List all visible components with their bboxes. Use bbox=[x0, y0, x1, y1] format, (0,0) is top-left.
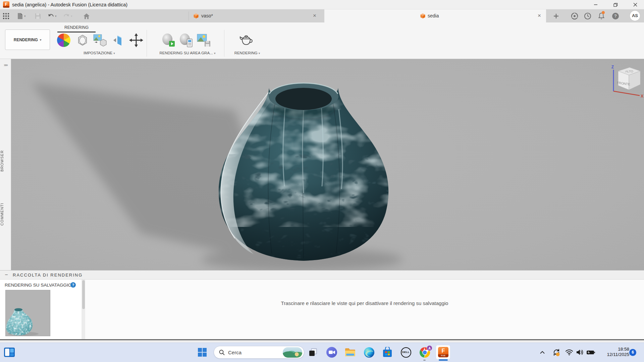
render-thumbnail[interactable] bbox=[5, 290, 50, 336]
new-tab-plus-icon[interactable] bbox=[552, 12, 560, 20]
tray-chevron-icon[interactable] bbox=[538, 346, 547, 358]
undo-icon[interactable] bbox=[47, 12, 55, 20]
task-view-icon[interactable] bbox=[307, 346, 319, 358]
group3-caret-icon: ▾ bbox=[259, 52, 260, 55]
title-bar: F sedia (angelica) - Autodesk Fusion (Li… bbox=[0, 0, 644, 9]
dell-icon[interactable]: DELL bbox=[400, 346, 412, 358]
ribbon-toolbar: RENDERING▾ RENDERING IMPOSTAZIONE ▾ REND… bbox=[0, 22, 644, 59]
battery-icon[interactable] bbox=[585, 346, 596, 358]
tab-separator bbox=[189, 11, 189, 20]
search-highlight-image[interactable] bbox=[283, 347, 302, 358]
panel-minimize-icon[interactable]: − bbox=[3, 270, 10, 280]
appearance-color-wheel-icon[interactable] bbox=[56, 33, 71, 48]
render-on-save-help-icon[interactable]: ? bbox=[70, 282, 76, 288]
group-label-rendering-area[interactable]: RENDERING SU AREA GRA... ▾ bbox=[152, 51, 223, 55]
windows-taskbar bbox=[0, 343, 644, 362]
render-on-save-section: RENDERING SU SALVATAGGIO ? bbox=[0, 280, 82, 339]
tab-sedia-label: sedia bbox=[428, 9, 439, 22]
minimize-button[interactable] bbox=[588, 0, 603, 9]
group2-caret-icon: ▾ bbox=[214, 52, 216, 55]
clock-time: 18:58 bbox=[599, 347, 629, 352]
fusion-app-icon: F bbox=[3, 1, 9, 8]
ribbon-tab-rendering[interactable]: RENDERING bbox=[57, 25, 96, 30]
vase-render bbox=[0, 59, 644, 270]
fusion-active-indicator bbox=[439, 359, 448, 361]
notification-dot bbox=[602, 11, 605, 14]
cube-top-label: ALTO bbox=[625, 69, 633, 73]
sync-status-icon[interactable] bbox=[551, 346, 561, 358]
render-settings-icon[interactable] bbox=[178, 33, 193, 48]
taskbar-clock[interactable]: 18:58 12/11/2025 bbox=[599, 347, 629, 357]
axis-x-label: X bbox=[641, 94, 643, 99]
notifications-bell-icon[interactable] bbox=[597, 12, 606, 20]
chrome-running-indicator bbox=[423, 360, 426, 361]
widgets-icon[interactable] bbox=[3, 346, 15, 358]
extensions-icon[interactable] bbox=[570, 12, 579, 20]
render-in-canvas-icon[interactable] bbox=[161, 33, 176, 48]
search-placeholder: Cerca bbox=[228, 346, 241, 359]
viewport-canvas[interactable] bbox=[0, 59, 644, 270]
group1-caret-icon: ▾ bbox=[113, 52, 115, 55]
render-to-image-icon[interactable] bbox=[197, 33, 211, 48]
file-menu-icon[interactable] bbox=[16, 12, 24, 20]
workspace-selector[interactable]: RENDERING▾ bbox=[5, 29, 50, 50]
texture-map-icon[interactable] bbox=[93, 33, 107, 48]
decal-icon[interactable] bbox=[111, 33, 125, 48]
teams-chat-icon[interactable] bbox=[326, 346, 338, 358]
document-tab-bar: ▾ ▾ ▾ vaso* × sedia × bbox=[0, 9, 644, 22]
tab-vaso-close-icon[interactable]: × bbox=[311, 9, 318, 22]
render-teapot-icon[interactable] bbox=[239, 33, 254, 48]
window-title: sedia (angelica) - Autodesk Fusion (Lice… bbox=[12, 0, 127, 9]
tab-vaso[interactable]: vaso* bbox=[201, 9, 213, 22]
sidebar-item-browser[interactable]: BROWSER bbox=[0, 147, 11, 174]
drop-hint-text: Trascinare e rilasciare le viste qui per… bbox=[85, 300, 644, 306]
home-icon[interactable] bbox=[82, 12, 91, 20]
document-icon-vaso bbox=[193, 13, 199, 19]
panel-header: − RACCOLTA DI RENDERING bbox=[0, 270, 644, 280]
start-button[interactable] bbox=[196, 346, 208, 358]
sidebar-item-commenti[interactable]: COMMENTI bbox=[0, 200, 11, 229]
ribbon-tab-underline bbox=[57, 32, 96, 33]
redo-caret-icon[interactable]: ▾ bbox=[71, 14, 72, 18]
taskbar-search[interactable]: Cerca bbox=[214, 346, 304, 359]
file-menu-caret-icon[interactable]: ▾ bbox=[24, 14, 26, 18]
redo-icon[interactable] bbox=[62, 12, 71, 20]
rendering-gallery-panel: − RACCOLTA DI RENDERING RENDERING SU SAL… bbox=[0, 270, 644, 340]
document-icon-sedia bbox=[420, 13, 426, 19]
clock-date: 12/11/2025 bbox=[599, 352, 629, 357]
edge-browser-icon[interactable] bbox=[363, 346, 375, 358]
view-cube[interactable]: Z X ALTO FRONTE bbox=[608, 63, 644, 100]
axis-z-label: Z bbox=[611, 65, 614, 69]
expand-panels-icon[interactable]: »» bbox=[0, 62, 11, 67]
panel-scrollbar-thumb[interactable] bbox=[82, 280, 85, 309]
account-avatar[interactable]: AS bbox=[630, 11, 640, 21]
move-icon[interactable] bbox=[129, 33, 144, 48]
save-icon[interactable] bbox=[34, 12, 42, 20]
undo-caret-icon[interactable]: ▾ bbox=[55, 14, 57, 18]
render-on-save-label: RENDERING SU SALVATAGGIO bbox=[5, 283, 71, 288]
tab-sedia-close-icon[interactable]: × bbox=[536, 9, 543, 22]
wifi-icon[interactable] bbox=[564, 346, 574, 358]
workspace-caret-icon: ▾ bbox=[40, 38, 42, 42]
group-label-rendering[interactable]: RENDERING ▾ bbox=[225, 51, 269, 55]
notification-count-badge[interactable]: 6 bbox=[629, 349, 636, 356]
group-label-impostazione[interactable]: IMPOSTAZIONE ▾ bbox=[62, 51, 136, 55]
search-icon bbox=[219, 350, 225, 355]
volume-icon[interactable] bbox=[575, 346, 585, 358]
file-explorer-icon[interactable] bbox=[344, 346, 356, 358]
job-status-clock-icon[interactable] bbox=[583, 12, 592, 20]
ribbon-separator bbox=[147, 30, 147, 57]
panel-title: RACCOLTA DI RENDERING bbox=[13, 270, 83, 280]
restore-button[interactable] bbox=[608, 0, 623, 9]
app-grid-icon[interactable] bbox=[2, 12, 10, 20]
microsoft-store-icon[interactable] bbox=[381, 346, 393, 358]
close-window-button[interactable] bbox=[628, 0, 643, 9]
fusion-taskbar-icon[interactable]: F FUS bbox=[438, 347, 448, 357]
scene-settings-icon[interactable] bbox=[75, 33, 90, 48]
ribbon-separator bbox=[224, 30, 224, 57]
chrome-profile-badge: A bbox=[427, 345, 432, 351]
tab-sedia[interactable]: sedia × bbox=[324, 9, 546, 22]
left-panel-strip: »» BROWSER COMMENTI bbox=[0, 59, 11, 270]
help-icon[interactable]: ? bbox=[611, 12, 620, 20]
